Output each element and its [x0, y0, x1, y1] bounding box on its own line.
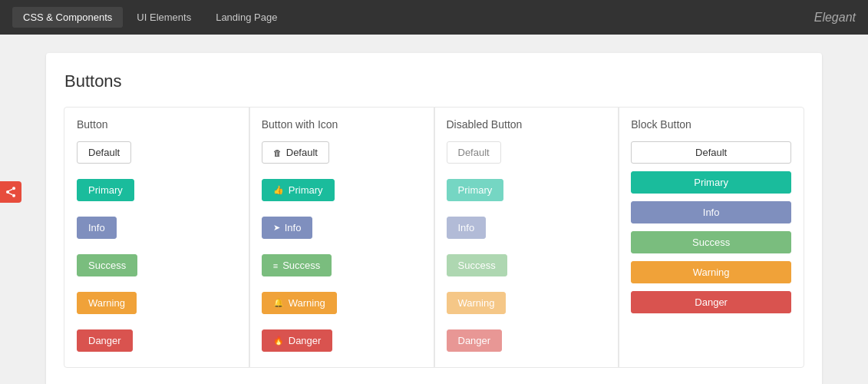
btn-label-4: Warning — [289, 297, 325, 309]
send-icon: ➤ — [273, 223, 280, 233]
btn-col-button-info[interactable]: Info — [77, 217, 117, 239]
btn-label-3: Success — [88, 260, 126, 271]
columns-container: ButtonDefaultPrimaryInfoSuccessWarningDa… — [64, 107, 804, 368]
svg-line-3 — [8, 189, 12, 191]
brand-logo: Elegant — [814, 11, 856, 25]
btn-col-button-icon-warning[interactable]: 🔔Warning — [262, 292, 337, 314]
btn-col-block-warning[interactable]: Warning — [631, 261, 791, 283]
btn-col-button-default[interactable]: Default — [77, 141, 131, 164]
btn-col-disabled-danger: Danger — [447, 329, 503, 352]
btn-col-block-primary[interactable]: Primary — [631, 171, 791, 194]
svg-point-2 — [12, 194, 15, 197]
btn-col-button-warning[interactable]: Warning — [77, 292, 137, 314]
btn-label-3: Success — [458, 260, 496, 271]
bell-icon: 🔔 — [273, 298, 284, 308]
col-col-disabled: Disabled ButtonDefaultPrimaryInfoSuccess… — [434, 107, 620, 368]
btn-col-disabled-primary: Primary — [447, 179, 504, 201]
col-col-block: Block ButtonDefaultPrimaryInfoSuccessWar… — [618, 107, 804, 368]
btn-col-disabled-success: Success — [447, 254, 507, 276]
btn-col-button-icon-default[interactable]: 🗑Default — [262, 141, 329, 164]
main-content: Buttons ButtonDefaultPrimaryInfoSuccessW… — [0, 35, 868, 384]
btn-label-4: Warning — [88, 297, 125, 309]
btn-label-3: Success — [282, 260, 320, 271]
col-title-0: Button — [77, 118, 237, 131]
nav-items: CSS & Components UI Elements Landing Pag… — [12, 7, 288, 28]
btn-label-5: Danger — [88, 335, 121, 346]
list-icon: ≡ — [273, 261, 278, 270]
btn-label-2: Info — [458, 222, 475, 233]
btn-label-0: Default — [458, 147, 490, 158]
btn-label-0: Default — [695, 147, 727, 158]
sidebar-toggle[interactable] — [0, 181, 21, 203]
btn-label-4: Warning — [693, 266, 730, 278]
col-title-2: Disabled Button — [447, 118, 607, 131]
btn-col-block-success[interactable]: Success — [631, 231, 791, 253]
btn-label-0: Default — [286, 147, 318, 158]
btn-label-3: Success — [692, 237, 730, 248]
navbar: CSS & Components UI Elements Landing Pag… — [0, 0, 868, 35]
nav-item-landing[interactable]: Landing Page — [205, 7, 288, 28]
btn-col-button-success[interactable]: Success — [77, 254, 137, 276]
trash-icon: 🗑 — [273, 148, 282, 157]
btn-label-2: Info — [285, 222, 302, 233]
btn-label-5: Danger — [695, 296, 728, 308]
btn-label-1: Primary — [88, 184, 123, 196]
buttons-card: Buttons ButtonDefaultPrimaryInfoSuccessW… — [46, 53, 822, 384]
btn-col-disabled-info: Info — [447, 217, 487, 239]
btn-label-5: Danger — [458, 335, 491, 346]
btn-col-disabled-warning: Warning — [447, 292, 507, 314]
thumbs-up-icon: 👍 — [273, 185, 284, 195]
btn-label-1: Primary — [289, 184, 323, 196]
col-title-3: Block Button — [631, 118, 791, 131]
btn-col-button-primary[interactable]: Primary — [77, 179, 134, 201]
btn-col-button-icon-info[interactable]: ➤Info — [262, 217, 313, 239]
btn-label-2: Info — [88, 222, 105, 233]
btn-label-1: Primary — [458, 184, 493, 196]
btn-label-0: Default — [88, 147, 120, 158]
btn-col-button-icon-success[interactable]: ≡Success — [262, 254, 332, 276]
col-col-button: ButtonDefaultPrimaryInfoSuccessWarningDa… — [64, 107, 250, 368]
nav-item-ui[interactable]: UI Elements — [126, 7, 202, 28]
page-title: Buttons — [64, 71, 804, 91]
btn-col-disabled-default: Default — [447, 141, 501, 164]
btn-col-button-icon-danger[interactable]: 🔥Danger — [262, 329, 333, 352]
btn-col-block-default[interactable]: Default — [631, 141, 791, 164]
fire-icon: 🔥 — [273, 336, 284, 346]
col-col-button-icon: Button with Icon🗑Default👍Primary➤Info≡Su… — [249, 107, 435, 368]
col-title-1: Button with Icon — [262, 118, 422, 131]
btn-label-1: Primary — [694, 177, 728, 188]
share-icon — [5, 186, 17, 198]
svg-line-4 — [8, 193, 12, 195]
btn-col-block-danger[interactable]: Danger — [631, 291, 791, 313]
btn-col-button-icon-primary[interactable]: 👍Primary — [262, 179, 335, 201]
btn-label-4: Warning — [458, 297, 495, 309]
btn-label-2: Info — [703, 207, 720, 218]
svg-point-0 — [12, 187, 15, 190]
btn-label-5: Danger — [289, 335, 322, 346]
nav-item-css[interactable]: CSS & Components — [12, 7, 123, 28]
btn-col-block-info[interactable]: Info — [631, 201, 791, 223]
btn-col-button-danger[interactable]: Danger — [77, 329, 133, 352]
